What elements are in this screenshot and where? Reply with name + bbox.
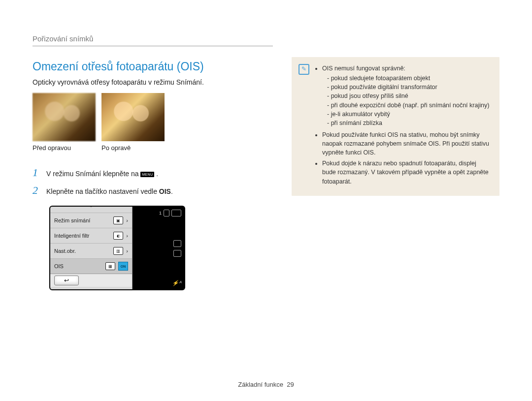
- after-photo: [101, 93, 165, 141]
- counter: 1: [159, 211, 162, 216]
- step-1-text: V režimu Snímání klepněte na MENU .: [46, 170, 158, 178]
- after-label: Po opravě: [101, 144, 165, 152]
- note-sub-4: při dlouhé expoziční době (např. při sní…: [327, 101, 491, 110]
- back-button[interactable]: ↩: [54, 276, 79, 285]
- face-icon: [173, 240, 181, 247]
- flash-icon: ⚡ᴬ: [172, 280, 181, 286]
- menu-row-smart-filter[interactable]: Inteligentní filtr ◐›: [50, 228, 132, 243]
- page-title: Omezení otřesů fotoaparátu (OIS): [33, 60, 273, 73]
- memory-icon: [164, 210, 169, 216]
- menu-icon: MENU: [140, 172, 154, 177]
- step-number-1: 1: [33, 166, 46, 179]
- filter-icon: ◐: [113, 232, 123, 240]
- before-photo: [33, 93, 96, 141]
- battery-icon: [171, 210, 181, 216]
- menu-row-image-adjust[interactable]: Nast.obr. ▥›: [50, 243, 132, 258]
- note-lead: OIS nemusí fungovat správně:: [322, 65, 405, 72]
- menu-row-shooting-mode[interactable]: Režim snímání ▣›: [50, 213, 132, 228]
- note-sub-3: pokud jsou otřesy příliš silné: [327, 92, 491, 100]
- camera-ui-mock: ˆ Režim snímání ▣› Inteligentní filtr ◐›…: [49, 206, 185, 290]
- note-bullet-2: Pokud používáte funkci OIS na stativu, m…: [322, 130, 491, 157]
- breadcrumb: Pořizování snímků: [33, 34, 273, 46]
- info-icon: ✎: [299, 64, 309, 75]
- ois-icon: ▦: [105, 262, 115, 270]
- adjust-icon: ▥: [113, 247, 123, 255]
- note-sub-6: při snímání zblízka: [327, 119, 491, 127]
- note-box: ✎ OIS nemusí fungovat správně: pokud sle…: [292, 57, 499, 196]
- ois-status-icon: [173, 250, 181, 257]
- mode-icon: ▣: [113, 216, 123, 224]
- before-label: Před opravou: [33, 144, 96, 152]
- ois-on-toggle[interactable]: ON: [118, 262, 128, 271]
- note-sub-1: pokud sledujete fotoaparátem objekt: [327, 74, 491, 83]
- scroll-up-icon[interactable]: ˆ: [50, 207, 132, 213]
- step-number-2: 2: [33, 184, 46, 197]
- note-sub-5: je-li akumulátor vybitý: [327, 110, 491, 119]
- subtitle: Opticky vyrovnává otřesy fotoaparátu v r…: [33, 78, 273, 86]
- step-2-text: Klepněte na tlačítko nastavení vedle OIS…: [46, 187, 173, 195]
- menu-row-ois[interactable]: OIS ▦ON: [50, 258, 132, 274]
- note-bullet-3: Pokud dojde k nárazu nebo spadnutí fotoa…: [322, 159, 491, 185]
- page-footer: Základní funkce 29: [0, 381, 532, 388]
- note-sub-2: pokud používáte digitální transformátor: [327, 83, 491, 92]
